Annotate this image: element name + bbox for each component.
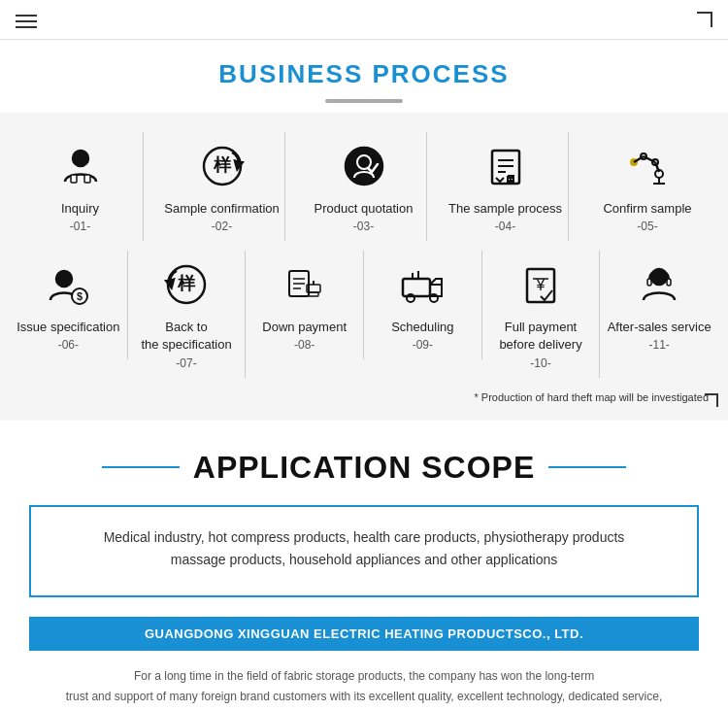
process-item-quotation: Product quotation -03- (301, 132, 427, 241)
confirm-sample-icon (621, 140, 674, 192)
inquiry-icon (54, 140, 107, 192)
full-payment-label: Full payment before delivery (499, 319, 581, 354)
sample-confirm-label: Sample confirmation (164, 200, 280, 218)
inquiry-label: Inquiry (61, 200, 99, 218)
after-sales-label: After-sales service (608, 319, 711, 336)
down-payment-icon (279, 258, 331, 311)
process-row-2: $ Issue specification -06- 样 Back to the… (10, 251, 718, 377)
process-item-confirm-sample: Confirm sample -05- (584, 132, 711, 241)
back-spec-num: -07- (176, 356, 196, 370)
scheduling-num: -09- (413, 338, 433, 352)
sample-process-icon (480, 140, 532, 192)
back-spec-label: Back to the specification (141, 319, 231, 354)
title-underline (325, 99, 403, 103)
down-payment-label: Down payment (262, 319, 347, 336)
sample-confirm-num: -02- (212, 220, 232, 233)
process-item-sample-process: The sample process -04- (443, 132, 569, 241)
process-item-sample-confirm: 样 Sample confirmation -02- (159, 132, 285, 241)
svg-point-20 (56, 271, 72, 287)
header (0, 0, 728, 40)
hamburger-menu[interactable] (16, 15, 37, 28)
process-item-full-payment: ¥ Full payment before delivery -10- (482, 251, 601, 377)
app-title-line-left (102, 466, 180, 468)
quotation-num: -03- (353, 220, 374, 233)
back-spec-icon: 样 (160, 258, 213, 311)
inquiry-num: -01- (70, 220, 90, 233)
process-note: * Production of hard theft map will be i… (10, 388, 718, 411)
confirm-sample-num: -05- (637, 220, 657, 233)
svg-text:$: $ (77, 290, 83, 302)
corner-decoration-br (699, 393, 718, 413)
title-section: BUSINESS PROCESS (0, 40, 728, 113)
sample-process-num: -04- (495, 220, 515, 233)
app-title: APPLICATION SCOPE (193, 450, 535, 486)
company-banner: GUANGDONG XINGGUAN ELECTRIC HEATING PROD… (29, 617, 699, 651)
svg-rect-30 (309, 292, 318, 296)
app-title-line-right (548, 466, 626, 468)
svg-rect-1 (71, 175, 77, 183)
company-tagline: For a long time in the field of fabric s… (19, 666, 709, 710)
svg-rect-32 (403, 279, 430, 296)
process-item-issue-spec: $ Issue specification -06- (10, 251, 128, 359)
app-border-box: Medical industry, hot compress products,… (29, 505, 699, 598)
application-section: APPLICATION SCOPE Medical industry, hot … (0, 421, 728, 710)
issue-spec-num: -06- (58, 338, 79, 352)
full-payment-num: -10- (530, 356, 550, 370)
svg-rect-41 (647, 279, 651, 286)
quotation-label: Product quotation (314, 200, 414, 218)
svg-rect-42 (667, 279, 671, 286)
down-payment-num: -08- (294, 338, 314, 352)
process-item-back-spec: 样 Back to the specification -07- (128, 251, 247, 377)
after-sales-num: -11- (648, 338, 669, 352)
svg-text:样: 样 (177, 274, 196, 293)
svg-rect-2 (84, 175, 90, 183)
confirm-sample-label: Confirm sample (603, 200, 691, 218)
scheduling-label: Scheduling (391, 319, 453, 336)
process-item-after-sales: After-sales service -11- (600, 251, 718, 359)
app-title-wrapper: APPLICATION SCOPE (19, 450, 709, 486)
process-item-down-payment: Down payment -08- (246, 251, 364, 359)
sample-confirm-icon: 样 (196, 140, 248, 192)
page-title: BUSINESS PROCESS (0, 59, 728, 89)
scheduling-icon (396, 258, 448, 311)
process-section: Inquiry -01- 样 Sample confirmation -02- (0, 113, 728, 421)
process-item-scheduling: Scheduling -09- (364, 251, 482, 359)
svg-text:样: 样 (213, 155, 232, 175)
app-description: Medical industry, hot compress products,… (54, 526, 674, 573)
corner-decoration-tr (693, 12, 712, 31)
quotation-icon (338, 140, 390, 192)
issue-spec-icon: $ (42, 258, 94, 311)
process-item-inquiry: Inquiry -01- (17, 132, 144, 241)
sample-process-label: The sample process (448, 200, 562, 218)
after-sales-icon (633, 258, 685, 311)
svg-point-0 (73, 151, 88, 166)
issue-spec-label: Issue specification (17, 319, 119, 336)
full-payment-icon: ¥ (514, 258, 567, 311)
process-row-1: Inquiry -01- 样 Sample confirmation -02- (10, 132, 718, 241)
